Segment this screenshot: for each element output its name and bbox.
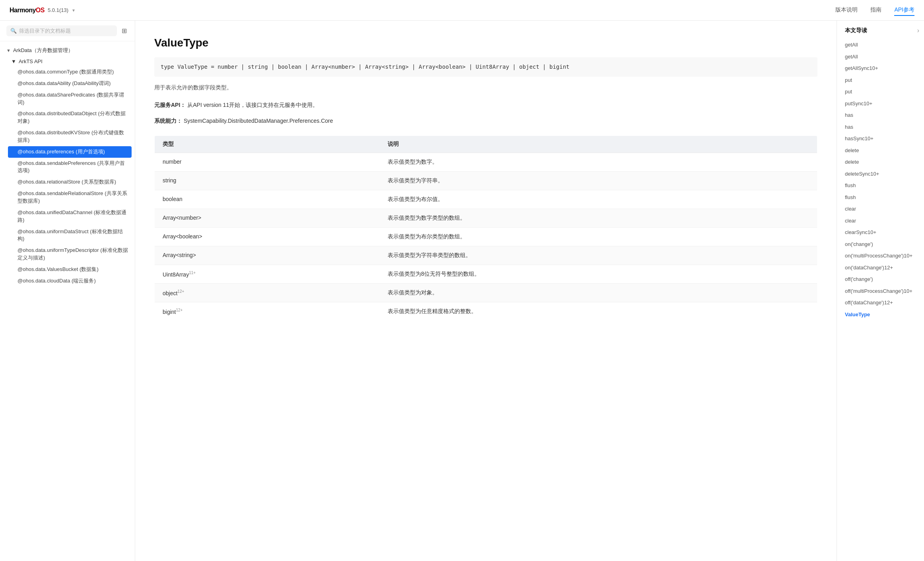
system-cap: 系统能力： SystemCapability.DistributedDataMa… xyxy=(154,116,817,126)
sidebar-item[interactable]: @ohos.data.sendablePreferences (共享用户首选项) xyxy=(5,158,135,177)
sidebar-items-container: @ohos.data.commonType (数据通用类型)@ohos.data… xyxy=(5,66,135,287)
toc-header: 本文导读 xyxy=(837,27,924,39)
table-row: Array<string>表示值类型为字符串类型的数组。 xyxy=(155,246,817,265)
cell-desc: 表示值类型为字符串。 xyxy=(380,171,817,190)
toc-item[interactable]: clear xyxy=(837,215,924,227)
toc-item[interactable]: hasSync10+ xyxy=(837,133,924,145)
toc-item[interactable]: has xyxy=(837,121,924,133)
cell-desc: 表示值类型为布尔类型的数组。 xyxy=(380,227,817,246)
sidebar-item[interactable]: @ohos.data.distributedKVStore (分布式键值数据库) xyxy=(5,127,135,146)
cell-desc: 表示值类型为布尔值。 xyxy=(380,190,817,209)
system-cap-text: SystemCapability.DistributedDataManager.… xyxy=(184,118,333,124)
tree-group: ▼ ArkData（方舟数据管理） ▼ ArkTS API @ohos.data… xyxy=(0,44,135,287)
sub-section-label: ArkTS API xyxy=(19,58,43,64)
sub-chevron: ▼ xyxy=(11,58,16,64)
sidebar-item[interactable]: @ohos.data.sendableRelationalStore (共享关系… xyxy=(5,188,135,207)
sidebar-item[interactable]: @ohos.data.preferences (用户首选项) xyxy=(8,146,132,158)
brand-logo: HarmonyOS xyxy=(10,7,45,14)
toc-item[interactable]: flush xyxy=(837,192,924,203)
nav-links: 版本说明指南API参考 xyxy=(835,5,914,16)
sidebar-search-bar: 🔍 ⊞ xyxy=(0,21,135,41)
cell-type: bigint12+ xyxy=(155,302,380,321)
top-nav: HarmonyOS 5.0.1(13) ▾ 版本说明指南API参考 xyxy=(0,0,924,21)
meta-text: 从API version 11开始，该接口支持在元服务中使用。 xyxy=(187,102,318,108)
type-signature: type ValueType = number | string | boole… xyxy=(154,57,817,77)
toc-collapse-button[interactable]: › xyxy=(917,27,919,34)
sidebar-item[interactable]: @ohos.data.ValuesBucket (数据集) xyxy=(5,264,135,275)
sidebar-item[interactable]: @ohos.data.dataSharePredicates (数据共享谓词) xyxy=(5,89,135,108)
cell-type: Uint8Array11+ xyxy=(155,265,380,283)
toc-item[interactable]: getAll xyxy=(837,39,924,51)
search-icon: 🔍 xyxy=(10,28,17,34)
sidebar-item[interactable]: @ohos.data.dataAbility (DataAbility谓词) xyxy=(5,78,135,89)
toc-item[interactable]: off('multiProcessChange')10+ xyxy=(837,285,924,297)
nav-link[interactable]: API参考 xyxy=(894,5,914,16)
cell-type: Array<number> xyxy=(155,209,380,227)
tree-sub-header[interactable]: ▼ ArkTS API xyxy=(5,56,135,66)
cell-desc: 表示值类型为字符串类型的数组。 xyxy=(380,246,817,265)
toc-item[interactable]: clear xyxy=(837,203,924,215)
cell-type: number xyxy=(155,153,380,171)
cell-desc: 表示值类型为任意精度格式的整数。 xyxy=(380,302,817,321)
toc-item[interactable]: put xyxy=(837,86,924,98)
table-row: number表示值类型为数字。 xyxy=(155,153,817,171)
content-area: ValueType type ValueType = number | stri… xyxy=(135,21,837,561)
cell-desc: 表示值类型为数字。 xyxy=(380,153,817,171)
brand-version: 5.0.1(13) xyxy=(48,7,68,13)
brand: HarmonyOS 5.0.1(13) ▾ xyxy=(10,7,75,14)
sidebar-item[interactable]: @ohos.data.uniformTypeDescriptor (标准化数据定… xyxy=(5,245,135,264)
cell-desc: 表示值类型为8位无符号整型的数组。 xyxy=(380,265,817,283)
toc-item[interactable]: flush xyxy=(837,180,924,192)
sidebar-item[interactable]: @ohos.data.commonType (数据通用类型) xyxy=(5,66,135,78)
col-desc: 说明 xyxy=(380,135,817,153)
toc-item[interactable]: getAll xyxy=(837,51,924,63)
toc-item[interactable]: off('dataChange')12+ xyxy=(837,297,924,309)
cell-desc: 表示值类型为对象。 xyxy=(380,283,817,302)
cell-type: boolean xyxy=(155,190,380,209)
cell-type: Array<string> xyxy=(155,246,380,265)
toc-item[interactable]: clearSync10+ xyxy=(837,226,924,238)
table-row: bigint12+表示值类型为任意精度格式的整数。 xyxy=(155,302,817,321)
toc-item[interactable]: put xyxy=(837,74,924,86)
table-row: Array<boolean>表示值类型为布尔类型的数组。 xyxy=(155,227,817,246)
search-box[interactable]: 🔍 xyxy=(6,25,117,36)
section-label: ArkData（方舟数据管理） xyxy=(13,47,73,54)
section-chevron: ▼ xyxy=(6,48,11,53)
toc-item[interactable]: delete xyxy=(837,145,924,157)
sidebar-icon-btn[interactable]: ⊞ xyxy=(120,25,128,36)
toc-item[interactable]: has xyxy=(837,109,924,121)
toc-item[interactable]: getAllSync10+ xyxy=(837,62,924,74)
table-row: string表示值类型为字符串。 xyxy=(155,171,817,190)
cell-type: string xyxy=(155,171,380,190)
sidebar-item[interactable]: @ohos.data.relationalStore (关系型数据库) xyxy=(5,176,135,188)
meta-label: 元服务API： xyxy=(154,102,186,108)
col-type: 类型 xyxy=(155,135,380,153)
meta-section: 元服务API： 从API version 11开始，该接口支持在元服务中使用。 xyxy=(154,101,817,110)
description: 用于表示允许的数据字段类型。 xyxy=(154,83,817,93)
main-layout: 🔍 ⊞ ▼ ArkData（方舟数据管理） ▼ ArkTS API xyxy=(0,21,924,561)
toc-item[interactable]: ValueType xyxy=(837,309,924,321)
tree-section-header[interactable]: ▼ ArkData（方舟数据管理） xyxy=(0,44,135,56)
sidebar-item[interactable]: @ohos.data.distributedDataObject (分布式数据对… xyxy=(5,108,135,127)
table-row: Array<number>表示值类型为数字类型的数组。 xyxy=(155,209,817,227)
toc-item[interactable]: delete xyxy=(837,156,924,168)
nav-link[interactable]: 版本说明 xyxy=(835,5,858,16)
cell-type: object12+ xyxy=(155,283,380,302)
value-type-table: 类型 说明 number表示值类型为数字。string表示值类型为字符串。boo… xyxy=(154,135,817,321)
toc-item[interactable]: on('dataChange')12+ xyxy=(837,262,924,274)
toc-items-container: getAllgetAllgetAllSync10+putputputSync10… xyxy=(837,39,924,320)
table-row: Uint8Array11+表示值类型为8位无符号整型的数组。 xyxy=(155,265,817,283)
sidebar-item[interactable]: @ohos.data.cloudData (端云服务) xyxy=(5,275,135,287)
toc-item[interactable]: putSync10+ xyxy=(837,98,924,110)
brand-dropdown-icon[interactable]: ▾ xyxy=(72,8,75,13)
tree-sub-section: ▼ ArkTS API @ohos.data.commonType (数据通用类… xyxy=(0,56,135,287)
nav-link[interactable]: 指南 xyxy=(870,5,881,16)
toc-item[interactable]: on('multiProcessChange')10+ xyxy=(837,250,924,262)
toc-item[interactable]: off('change') xyxy=(837,273,924,285)
sidebar-item[interactable]: @ohos.data.unifiedDataChannel (标准化数据通路) xyxy=(5,207,135,226)
toc-item[interactable]: deleteSync10+ xyxy=(837,168,924,180)
search-input[interactable] xyxy=(19,28,113,34)
sidebar-item[interactable]: @ohos.data.uniformDataStruct (标准化数据结构) xyxy=(5,226,135,245)
sidebar: 🔍 ⊞ ▼ ArkData（方舟数据管理） ▼ ArkTS API xyxy=(0,21,135,561)
toc-item[interactable]: on('change') xyxy=(837,238,924,250)
